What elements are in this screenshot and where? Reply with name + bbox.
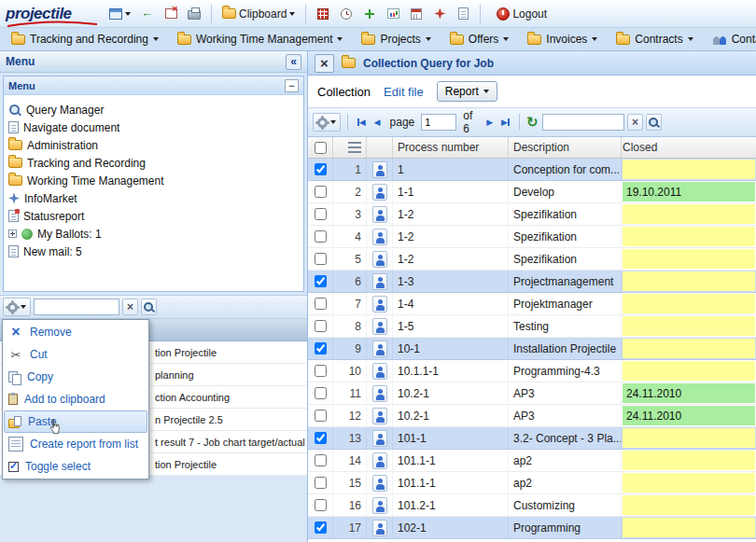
navbar-item[interactable]: Tracking and Recording: [11, 33, 159, 46]
person-icon[interactable]: [372, 161, 387, 178]
calendar-button[interactable]: [406, 4, 427, 24]
row-checkbox[interactable]: [315, 410, 327, 422]
last-page-button[interactable]: [499, 114, 511, 131]
tools-button[interactable]: [429, 4, 450, 24]
page-input[interactable]: [421, 114, 456, 131]
menu-tree-item[interactable]: New mail: 5: [8, 243, 299, 260]
person-icon[interactable]: [372, 430, 387, 447]
description-cell[interactable]: AP3: [509, 382, 622, 404]
navbar-item[interactable]: Working Time Management: [177, 33, 343, 46]
table-row[interactable]: 12 10.2-1 AP3 24.11.2010: [308, 405, 756, 427]
context-menu-item[interactable]: Add to clipboard: [4, 388, 147, 410]
person-icon[interactable]: [372, 363, 387, 380]
closed-cell[interactable]: [622, 203, 756, 225]
column-header-process-number[interactable]: Process number: [393, 137, 509, 158]
description-cell[interactable]: Customizing: [509, 494, 622, 516]
process-number-cell[interactable]: 1-1: [393, 181, 509, 202]
menu-tree-item[interactable]: Navigate document: [8, 118, 299, 136]
closed-cell[interactable]: [622, 450, 756, 471]
select-all-checkbox[interactable]: [315, 142, 327, 154]
person-icon[interactable]: [372, 408, 387, 424]
process-number-cell[interactable]: 1-2: [393, 226, 509, 247]
row-checkbox[interactable]: [315, 432, 327, 444]
app-grid-button[interactable]: [313, 4, 333, 24]
row-checkbox[interactable]: [315, 365, 327, 377]
description-cell[interactable]: ap2: [509, 450, 622, 471]
closed-cell[interactable]: [622, 159, 756, 180]
description-cell[interactable]: AP3: [509, 405, 622, 426]
menu-tree-item[interactable]: Tracking and Recording: [8, 154, 299, 172]
process-number-cell[interactable]: 1-4: [393, 293, 509, 314]
quick-add-button[interactable]: [359, 4, 380, 24]
table-row[interactable]: 8 1-5 Testing: [308, 315, 756, 338]
context-menu-item[interactable]: Paste: [4, 410, 147, 433]
collapse-sidebar-button[interactable]: «: [286, 54, 301, 70]
closed-cell[interactable]: [622, 248, 756, 270]
description-cell[interactable]: Programming: [509, 517, 622, 538]
person-icon[interactable]: [372, 296, 387, 313]
table-row[interactable]: 13 101-1 3.2- Concept - 3 Pla...: [308, 427, 756, 450]
grid-actions-menu-button[interactable]: [313, 113, 341, 132]
table-row[interactable]: 4 1-2 Spezifikation: [308, 226, 756, 248]
description-cell[interactable]: Spezifikation: [509, 226, 622, 247]
person-icon[interactable]: [372, 475, 387, 492]
process-number-cell[interactable]: 1: [393, 159, 509, 180]
row-checkbox[interactable]: [315, 387, 327, 399]
closed-cell[interactable]: 24.11.2010: [622, 405, 756, 426]
navbar-item[interactable]: Contracts: [616, 33, 693, 46]
table-row[interactable]: 2 1-1 Develop 19.10.2011: [308, 181, 756, 203]
table-row[interactable]: 17 102-1 Programming: [308, 517, 756, 539]
edit-file-link[interactable]: Edit file: [384, 85, 424, 99]
window-button[interactable]: [105, 4, 134, 24]
row-checkbox[interactable]: [315, 320, 327, 332]
clipboard-button[interactable]: Clipboard: [218, 4, 299, 24]
description-cell[interactable]: ap2: [509, 472, 622, 493]
person-icon[interactable]: [372, 385, 387, 402]
first-page-button[interactable]: [355, 114, 367, 131]
person-icon[interactable]: [372, 497, 387, 514]
process-number-cell[interactable]: 101.1-1: [393, 472, 509, 493]
person-icon[interactable]: [372, 184, 387, 201]
menu-tree-item[interactable]: Administration: [8, 136, 299, 154]
context-menu-item[interactable]: Copy: [4, 366, 147, 388]
process-number-cell[interactable]: 10.2-1: [393, 382, 509, 404]
column-header-description[interactable]: Description: [509, 137, 622, 158]
close-window-button[interactable]: [161, 4, 181, 24]
back-button[interactable]: [137, 4, 158, 24]
table-row[interactable]: 7 1-4 Projektmanager: [308, 293, 756, 315]
navbar-item[interactable]: Projects: [361, 33, 430, 46]
description-cell[interactable]: Spezifikation: [509, 248, 622, 270]
table-row[interactable]: 1 1 Conception for com...: [308, 159, 756, 181]
closed-cell[interactable]: [622, 360, 756, 382]
process-number-cell[interactable]: 1-2: [393, 203, 509, 225]
row-checkbox[interactable]: [315, 163, 327, 175]
grid-search-input[interactable]: [542, 114, 624, 131]
table-row[interactable]: 6 1-3 Projectmanagement: [308, 271, 756, 293]
table-row[interactable]: 11 10.2-1 AP3 24.11.2010: [308, 382, 756, 405]
table-row[interactable]: 16 101.2-1 Customizing: [308, 494, 756, 517]
table-row[interactable]: 10 10.1.1-1 Programming-4.3: [308, 360, 756, 382]
document-button[interactable]: [453, 4, 473, 24]
navbar-item[interactable]: Invoices: [527, 33, 597, 46]
process-number-cell[interactable]: 101-1: [393, 427, 509, 449]
logout-button[interactable]: Logout: [493, 4, 551, 24]
description-cell[interactable]: Programming-4.3: [509, 360, 622, 382]
report-button[interactable]: Report: [437, 81, 497, 102]
print-button[interactable]: [184, 4, 204, 24]
person-icon[interactable]: [372, 273, 387, 290]
process-number-cell[interactable]: 1-5: [393, 315, 509, 337]
closed-cell[interactable]: [622, 315, 756, 337]
person-icon[interactable]: [372, 251, 387, 268]
closed-cell[interactable]: [622, 494, 756, 516]
description-cell[interactable]: Conception for com...: [509, 159, 622, 180]
closed-cell[interactable]: [622, 338, 756, 359]
closed-cell[interactable]: [622, 293, 756, 314]
person-icon[interactable]: [372, 318, 387, 335]
expander-icon[interactable]: [8, 229, 17, 238]
menu-tree-item[interactable]: My Ballots: 1: [8, 225, 299, 243]
row-checkbox[interactable]: [315, 275, 327, 287]
description-cell[interactable]: Spezifikation: [509, 203, 622, 225]
refresh-button[interactable]: [526, 114, 539, 131]
person-icon[interactable]: [372, 206, 387, 223]
previous-page-button[interactable]: [371, 114, 383, 131]
